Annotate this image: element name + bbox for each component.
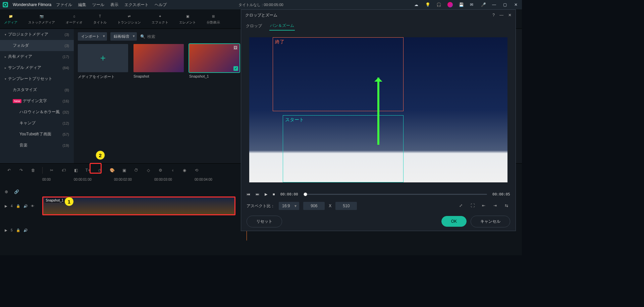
sidebar-item[interactable]: 音楽(19) bbox=[0, 140, 74, 151]
close-icon[interactable]: ✕ bbox=[514, 2, 519, 7]
tool-stock[interactable]: 📷ストックメディア bbox=[28, 13, 55, 25]
align-right-icon[interactable]: ⇥ bbox=[493, 203, 499, 209]
menu-view[interactable]: 表示 bbox=[110, 2, 118, 8]
tool-element[interactable]: ▣エレメント bbox=[179, 13, 196, 25]
delete-icon[interactable]: 🗑 bbox=[30, 167, 36, 173]
tool-transition[interactable]: ⇄トランジション bbox=[117, 13, 141, 25]
annotation-badge-1: 1 bbox=[64, 197, 74, 206]
record-dropdown[interactable]: 録画/録音 bbox=[110, 32, 137, 41]
menu-edit[interactable]: 編集 bbox=[78, 2, 86, 8]
redo-icon[interactable]: ↷ bbox=[18, 167, 24, 173]
text-add-icon[interactable]: T+ bbox=[85, 167, 91, 173]
cloud-icon[interactable]: ☁ bbox=[414, 2, 419, 7]
more2-icon[interactable]: ◉ bbox=[181, 167, 187, 173]
reset-button[interactable]: リセット bbox=[247, 216, 282, 227]
headset-icon[interactable]: 🎧 bbox=[436, 2, 441, 7]
notification-icon[interactable]: ✉ bbox=[470, 2, 475, 7]
greenscreen-icon[interactable]: ▣ bbox=[121, 167, 127, 173]
dialog-close-icon[interactable]: ✕ bbox=[508, 13, 512, 17]
lock-icon[interactable]: 🔒 bbox=[16, 228, 20, 232]
tool-effect[interactable]: ✦エフェクト bbox=[152, 13, 168, 25]
media-thumb[interactable]: +メディアをインポート bbox=[78, 44, 128, 79]
fit-icon[interactable]: ⤢ bbox=[459, 203, 465, 209]
time-slider[interactable] bbox=[304, 194, 487, 195]
sidebar-item[interactable]: ▸共有メディア(17) bbox=[0, 51, 74, 62]
sidebar-item[interactable]: ▾テンプレートプリセット bbox=[0, 73, 74, 84]
play-icon[interactable]: ▶ bbox=[5, 204, 7, 208]
eye-icon[interactable]: 👁 bbox=[31, 204, 34, 208]
time-current: 00:00:00 bbox=[280, 192, 298, 196]
add-track-icon[interactable]: ⊕ bbox=[5, 189, 8, 194]
cut-icon[interactable]: ✂ bbox=[49, 167, 55, 173]
preview-canvas[interactable]: 終了 スタート bbox=[249, 37, 507, 182]
media-thumb[interactable]: 🖼✓Snapshot_1 bbox=[189, 44, 239, 79]
transition-icon: ⇄ bbox=[126, 13, 132, 19]
undo-icon[interactable]: ↶ bbox=[6, 167, 12, 173]
lightbulb-icon[interactable]: 💡 bbox=[425, 2, 430, 7]
tab-pan-zoom[interactable]: パン＆ズーム bbox=[269, 21, 295, 31]
link-icon[interactable]: 🔗 bbox=[14, 189, 19, 194]
aspect-select[interactable]: 16:9 bbox=[279, 202, 299, 210]
sidebar-item[interactable]: ▾プロジェクトメディア(3) bbox=[0, 29, 74, 40]
keyframe-icon[interactable]: ◇ bbox=[145, 167, 151, 173]
cancel-button[interactable]: キャンセル bbox=[471, 216, 510, 227]
sidebar-item[interactable]: ▸サンプル メディア(84) bbox=[0, 62, 74, 73]
media-thumb[interactable]: Snapshot bbox=[133, 44, 184, 79]
volume-icon[interactable]: 🔊 bbox=[23, 204, 28, 208]
width-input[interactable]: 906 bbox=[303, 202, 325, 210]
play-icon[interactable]: ▶ bbox=[5, 228, 7, 232]
tool-media[interactable]: 📁メディア bbox=[4, 13, 17, 25]
aspect-label: アスペクト比： bbox=[247, 203, 275, 209]
search-icon: 🔍 bbox=[140, 34, 145, 39]
minimize-icon[interactable]: — bbox=[492, 2, 497, 7]
import-dropdown[interactable]: インポート bbox=[78, 32, 107, 41]
dialog-minimize-icon[interactable]: — bbox=[499, 13, 503, 17]
volume-icon[interactable]: 🔊 bbox=[23, 228, 28, 232]
tool-split[interactable]: ⊞分割表示 bbox=[207, 13, 220, 25]
align-left-icon[interactable]: ⇤ bbox=[482, 203, 487, 209]
end-region[interactable]: 終了 bbox=[273, 37, 404, 111]
menu-help[interactable]: ヘルプ bbox=[155, 2, 167, 8]
lock-icon[interactable]: 🔒 bbox=[16, 204, 20, 208]
color-icon[interactable]: 🎨 bbox=[109, 167, 115, 173]
search-input[interactable] bbox=[147, 34, 198, 39]
mic-icon[interactable]: 🎤 bbox=[481, 2, 486, 7]
slider-knob[interactable] bbox=[304, 192, 307, 196]
tool-title[interactable]: Tタイトル bbox=[93, 13, 107, 25]
tab-crop[interactable]: クロップ bbox=[245, 22, 263, 30]
fill-icon[interactable]: ⛶ bbox=[471, 203, 476, 209]
play-icon[interactable]: ▶ bbox=[265, 192, 267, 196]
sidebar-item[interactable]: カスタマイズ(8) bbox=[0, 84, 74, 95]
start-region[interactable]: スタート bbox=[283, 115, 404, 182]
crop-icon[interactable]: ◧ bbox=[73, 167, 79, 173]
clock-icon[interactable]: ⏱ bbox=[133, 167, 139, 173]
menu-file[interactable]: ファイル bbox=[56, 2, 72, 8]
save-icon[interactable]: 💾 bbox=[459, 2, 464, 7]
tool-audio[interactable]: ♫オーディオ bbox=[66, 13, 83, 25]
sidebar-item[interactable]: Newデザイン文字(16) bbox=[0, 95, 74, 106]
height-input[interactable]: 510 bbox=[335, 202, 357, 210]
more1-icon[interactable]: ⫞ bbox=[169, 167, 175, 173]
more3-icon[interactable]: ⟲ bbox=[194, 167, 200, 173]
maximize-icon[interactable]: ▢ bbox=[503, 2, 508, 7]
menubar: ファイル 編集 ツール 表示 エクスポート ヘルプ bbox=[56, 2, 167, 8]
clip-label: Snapshot_1 bbox=[45, 198, 64, 203]
sidebar-item[interactable]: ハロウィン＆ホラー風(32) bbox=[0, 106, 74, 118]
sidebar-item[interactable]: YouTube終了画面(57) bbox=[0, 129, 74, 140]
split-icon: ⊞ bbox=[210, 13, 216, 19]
avatar-icon[interactable] bbox=[447, 2, 453, 7]
menu-tool[interactable]: ツール bbox=[92, 2, 104, 8]
folder-icon: 📁 bbox=[8, 13, 14, 19]
sidebar-item[interactable]: キャンプ(12) bbox=[0, 118, 74, 129]
menu-export[interactable]: エクスポート bbox=[124, 2, 149, 8]
swap-icon[interactable]: ⇆ bbox=[505, 203, 510, 209]
ok-button[interactable]: OK bbox=[441, 216, 467, 227]
speed-icon[interactable]: ◷ bbox=[97, 167, 103, 173]
adjust-icon[interactable]: ⚙ bbox=[157, 167, 163, 173]
stop-icon[interactable]: ■ bbox=[273, 192, 275, 196]
help-icon[interactable]: ? bbox=[492, 13, 495, 17]
next-frame-icon[interactable]: ⏭ bbox=[256, 192, 259, 196]
sidebar-item[interactable]: フォルダ(3) bbox=[0, 40, 74, 51]
prev-frame-icon[interactable]: ⏮ bbox=[247, 192, 250, 196]
tag-icon[interactable]: 🏷 bbox=[61, 167, 67, 173]
